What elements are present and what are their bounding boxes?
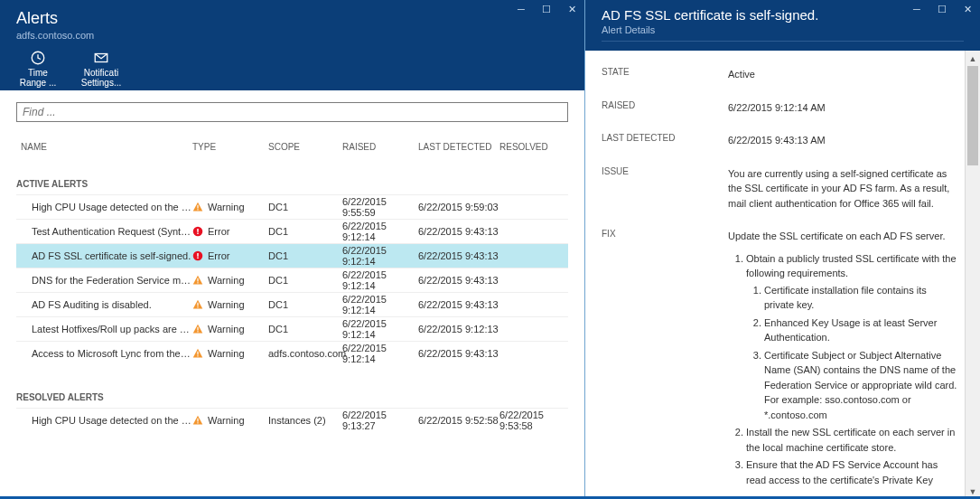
- table-row[interactable]: Latest Hotfixes/Roll up packs are not in…: [16, 316, 568, 341]
- cell-type: Error: [192, 226, 268, 237]
- table-row[interactable]: AD FS Auditing is disabled.WarningDC16/2…: [16, 292, 568, 316]
- col-scope[interactable]: SCOPE: [268, 142, 342, 152]
- warning-icon: [192, 202, 203, 212]
- cell-last-detected: 6/22/2015 9:52:58: [418, 415, 499, 426]
- warning-icon: [192, 275, 203, 286]
- cell-last-detected: 6/22/2015 9:59:03: [418, 202, 499, 212]
- details-subtitle: Alert Details: [602, 24, 964, 35]
- cell-scope: Instances (2): [268, 415, 342, 426]
- cell-name: Latest Hotfixes/Roll up packs are not in…: [21, 324, 192, 334]
- alerts-title: Alerts: [16, 9, 568, 28]
- fix-step-1a: Certificate installation file contains i…: [764, 283, 958, 313]
- cell-raised: 6/22/2015 9:12:14: [342, 318, 418, 340]
- close-button[interactable]: ✕: [559, 0, 584, 18]
- fix-intro: Update the SSL certificate on each AD FS…: [728, 229, 958, 244]
- cell-last-detected: 6/22/2015 9:43:13: [418, 275, 499, 286]
- cell-type: Warning: [192, 348, 268, 359]
- error-icon: [192, 226, 203, 237]
- resolved-alerts-group: RESOLVED ALERTS: [16, 392, 568, 402]
- table-row[interactable]: Access to Microsoft Lync from the extra.…: [16, 341, 568, 365]
- svg-rect-9: [197, 258, 199, 259]
- svg-rect-18: [197, 419, 198, 422]
- cell-scope: DC1: [268, 226, 342, 237]
- time-range-button[interactable]: Time Range ...: [16, 50, 60, 88]
- last-detected-value: 6/22/2015 9:43:13 AM: [728, 133, 958, 148]
- svg-rect-19: [197, 422, 198, 423]
- fix-step-1: Obtain a publicly trusted SSL certificat…: [746, 253, 957, 279]
- cell-type: Warning: [192, 275, 268, 286]
- col-name[interactable]: NAME: [21, 142, 192, 152]
- cell-raised: 6/22/2015 9:12:14: [342, 269, 418, 291]
- mail-icon: [93, 50, 109, 66]
- minimize-button[interactable]: ─: [509, 0, 534, 18]
- col-raised[interactable]: RAISED: [342, 142, 418, 152]
- maximize-button[interactable]: ☐: [534, 0, 559, 18]
- col-resolved[interactable]: RESOLVED: [499, 142, 574, 152]
- cell-name: High CPU Usage detected on the Feder...: [21, 202, 192, 212]
- cell-type: Warning: [192, 415, 268, 426]
- last-detected-label: LAST DETECTED: [602, 133, 719, 148]
- details-body: STATE Active RAISED 6/22/2015 9:12:14 AM…: [585, 51, 980, 499]
- raised-label: RAISED: [602, 100, 719, 116]
- fix-step-3: Ensure that the AD FS Service Account ha…: [746, 457, 958, 487]
- cell-last-detected: 6/22/2015 9:43:13: [418, 348, 499, 359]
- cell-name: AD FS Auditing is disabled.: [21, 299, 192, 310]
- svg-rect-11: [197, 282, 198, 283]
- table-row[interactable]: AD FS SSL certificate is self-signed.Err…: [16, 243, 568, 268]
- close-button[interactable]: ✕: [955, 0, 980, 18]
- alerts-header: ─ ☐ ✕ Alerts adfs.contoso.com Time Range…: [0, 0, 584, 90]
- cell-type: Warning: [192, 324, 268, 334]
- search-input[interactable]: [16, 102, 568, 122]
- clock-icon: [30, 50, 46, 66]
- table-row[interactable]: High CPU Usage detected on the Feder...W…: [16, 408, 568, 432]
- window-controls-left: ─ ☐ ✕: [509, 0, 584, 18]
- state-value: Active: [728, 67, 958, 82]
- table-row[interactable]: DNS for the Federation Service may be...…: [16, 268, 568, 292]
- scroll-up-button[interactable]: ▲: [966, 51, 980, 66]
- cell-name: AD FS SSL certificate is self-signed.: [21, 250, 192, 261]
- notification-settings-button[interactable]: Notificati Settings...: [79, 50, 123, 88]
- svg-rect-8: [197, 253, 199, 257]
- cell-name: High CPU Usage detected on the Feder...: [21, 415, 192, 426]
- issue-label: ISSUE: [602, 166, 719, 212]
- cell-last-detected: 6/22/2015 9:43:13: [418, 226, 499, 237]
- cell-last-detected: 6/22/2015 9:43:13: [418, 299, 499, 310]
- window-controls-right: ─ ☐ ✕: [904, 0, 980, 18]
- col-last-detected[interactable]: LAST DETECTED: [418, 142, 499, 152]
- cell-scope: DC1: [268, 324, 342, 334]
- cell-resolved: 6/22/2015 9:53:58: [499, 410, 574, 431]
- table-header: NAME TYPE SCOPE RAISED LAST DETECTED RES…: [16, 142, 568, 152]
- cell-raised: 6/22/2015 9:12:14: [342, 343, 418, 364]
- cell-raised: 6/22/2015 9:13:27: [342, 410, 418, 431]
- alerts-body: NAME TYPE SCOPE RAISED LAST DETECTED RES…: [0, 90, 584, 499]
- col-type[interactable]: TYPE: [192, 142, 268, 152]
- warning-icon: [192, 415, 203, 426]
- state-label: STATE: [602, 67, 719, 82]
- issue-value: You are currently using a self-signed ce…: [728, 166, 958, 212]
- error-icon: [192, 250, 203, 261]
- minimize-button[interactable]: ─: [904, 0, 929, 18]
- table-row[interactable]: High CPU Usage detected on the Feder...W…: [16, 194, 568, 219]
- alerts-panel: ─ ☐ ✕ Alerts adfs.contoso.com Time Range…: [0, 0, 585, 499]
- cell-last-detected: 6/22/2015 9:12:13: [418, 324, 499, 334]
- cell-scope: DC1: [268, 250, 342, 261]
- alerts-subtitle: adfs.contoso.com: [16, 30, 568, 41]
- maximize-button[interactable]: ☐: [929, 0, 955, 18]
- svg-rect-10: [197, 278, 198, 282]
- cell-type: Warning: [192, 202, 268, 212]
- cell-name: DNS for the Federation Service may be...: [21, 275, 192, 286]
- svg-rect-6: [197, 233, 199, 235]
- cell-last-detected: 6/22/2015 9:43:13: [418, 250, 499, 261]
- cell-name: Access to Microsoft Lync from the extra.…: [21, 348, 192, 359]
- alerts-toolbar: Time Range ... Notificati Settings...: [16, 50, 568, 88]
- cell-scope: DC1: [268, 275, 342, 286]
- details-scrollbar[interactable]: ▲ ▼: [965, 51, 980, 499]
- scroll-thumb[interactable]: [967, 66, 978, 165]
- details-header: ─ ☐ ✕ AD FS SSL certificate is self-sign…: [585, 0, 980, 51]
- warning-icon: [192, 348, 203, 359]
- cell-raised: 6/22/2015 9:55:59: [342, 196, 418, 218]
- svg-rect-3: [197, 209, 198, 210]
- cell-raised: 6/22/2015 9:12:14: [342, 221, 418, 242]
- details-header-rule: [602, 41, 964, 42]
- table-row[interactable]: Test Authentication Request (Synthetic..…: [16, 219, 568, 243]
